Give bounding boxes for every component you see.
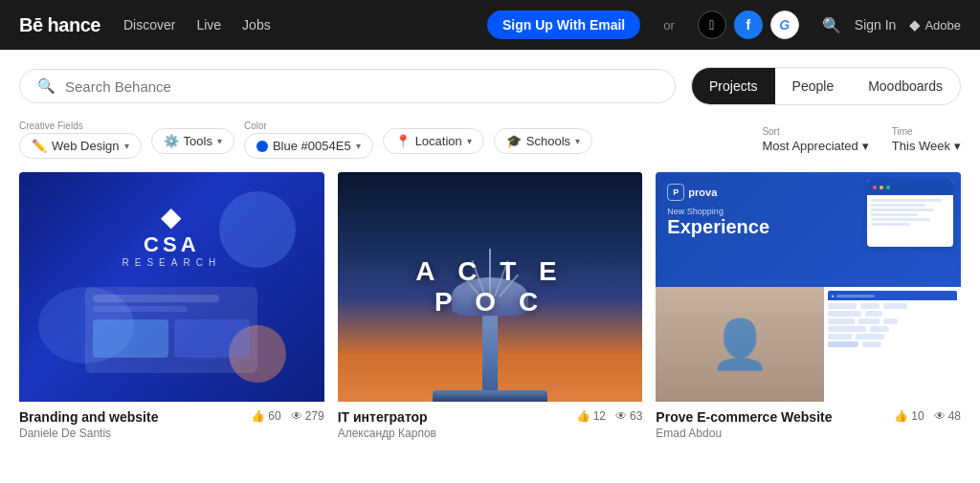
mockup-line — [871, 204, 925, 207]
heart-icon: 👍 — [894, 409, 908, 423]
chevron-down-icon: ▾ — [862, 139, 869, 153]
sort-value[interactable]: Most Appreciated ▾ — [762, 139, 868, 153]
search-icon[interactable]: 🔍 — [822, 16, 841, 34]
card-info: Branding and website Daniele De Santis 👍… — [19, 402, 324, 444]
tools-value: Tools — [184, 134, 212, 148]
table-cell — [862, 341, 881, 347]
time-label: Time — [892, 126, 961, 137]
card-title: IT интегратор — [338, 409, 436, 425]
prova-mockup-body — [867, 195, 953, 231]
card-info: Prove E-commerce Website Emad Abdou 👍 10… — [656, 402, 961, 444]
card-it[interactable]: А С Т Е Р О С IT интегратор Александр Ка… — [338, 172, 643, 444]
location-icon: 📍 — [395, 134, 411, 148]
card-author: Александр Карпов — [338, 427, 436, 440]
mockup-line — [871, 223, 910, 226]
location-filter: 📍 Location ▾ — [383, 126, 484, 154]
eye-icon: 👁 — [934, 409, 946, 423]
prova-person: 👤 — [656, 287, 823, 402]
creative-fields-button[interactable]: ✏️ Web Design ▾ — [19, 133, 142, 159]
views-count: 279 — [305, 409, 324, 423]
card-stats: 👍 12 👁 63 — [576, 409, 643, 423]
google-signin-button[interactable]: G — [770, 11, 799, 39]
prova-data-table: ● — [824, 287, 961, 402]
mockup-line — [871, 218, 930, 221]
search-box: 🔍 — [19, 69, 676, 103]
schools-button[interactable]: 🎓 Schools ▾ — [494, 128, 592, 154]
likes-count: 10 — [911, 409, 924, 423]
schools-icon: 🎓 — [506, 134, 522, 148]
card-prova[interactable]: P prova New Shopping Experience — [656, 172, 961, 444]
card-image-prova: P prova New Shopping Experience — [656, 172, 961, 402]
adobe-link[interactable]: ◆ Adobe — [909, 16, 961, 33]
card-author: Daniele De Santis — [19, 427, 158, 440]
views-count: 63 — [630, 409, 642, 423]
table-cell — [883, 303, 907, 309]
table-row — [828, 341, 957, 347]
search-section: 🔍 Projects People Moodboards — [0, 50, 980, 117]
mockup-line — [871, 199, 942, 202]
color-filter: Color Blue #0054E5 ▾ — [244, 121, 373, 159]
prova-mockup — [867, 180, 953, 247]
table-cell — [883, 318, 898, 324]
mockup-line — [871, 209, 934, 211]
card-image-csa: ◆ CSA RESEARCH — [19, 172, 324, 402]
likes-stat: 👍 12 — [576, 409, 606, 423]
tools-button[interactable]: ⚙️ Tools ▾ — [151, 128, 234, 154]
card-info: IT интегратор Александр Карпов 👍 12 👁 63 — [338, 402, 643, 444]
nav-jobs[interactable]: Jobs — [242, 17, 271, 33]
color-button[interactable]: Blue #0054E5 ▾ — [244, 133, 373, 159]
table-cell — [870, 326, 889, 332]
color-swatch — [256, 141, 268, 152]
apple-signin-button[interactable]:  — [698, 11, 726, 39]
table-row — [828, 326, 957, 332]
card-title: Prove E-commerce Website — [656, 409, 832, 425]
table-row — [828, 318, 957, 324]
likes-stat: 👍 10 — [894, 409, 924, 423]
card-image-it: А С Т Е Р О С — [338, 172, 643, 402]
sort-label: Sort — [762, 126, 868, 137]
dot-yellow — [880, 186, 883, 189]
heart-icon: 👍 — [251, 409, 265, 423]
chevron-down-icon: ▾ — [217, 136, 222, 146]
table-cell — [860, 303, 880, 309]
logo: Bē hance — [19, 14, 100, 36]
location-button[interactable]: 📍 Location ▾ — [383, 128, 484, 154]
nav-discover[interactable]: Discover — [123, 17, 175, 33]
color-label: Color — [244, 121, 373, 131]
signup-button[interactable]: Sign Up With Email — [487, 11, 640, 39]
card-branding[interactable]: ◆ CSA RESEARCH Branding and website Dani… — [19, 172, 324, 444]
nav-links: Discover Live Jobs — [123, 17, 464, 33]
sort-group: Sort Most Appreciated ▾ Time This Week ▾ — [762, 126, 961, 153]
color-value: Blue #0054E5 — [273, 139, 351, 153]
creative-fields-label: Creative Fields — [19, 121, 142, 131]
project-grid: ◆ CSA RESEARCH Branding and website Dani… — [0, 172, 980, 463]
time-value[interactable]: This Week ▾ — [892, 139, 961, 153]
card-author: Emad Abdou — [656, 427, 832, 440]
card-stats: 👍 10 👁 48 — [894, 409, 961, 423]
search-icon: 🔍 — [37, 77, 56, 95]
mockup-line — [871, 213, 918, 216]
table-cell — [828, 326, 866, 332]
table-row — [828, 311, 957, 317]
search-input[interactable] — [65, 78, 657, 95]
prova-bottom-section: 👤 ● — [656, 287, 961, 402]
views-stat: 👁 279 — [291, 409, 324, 423]
creative-fields-filter: Creative Fields ✏️ Web Design ▾ — [19, 121, 142, 159]
tab-moodboards[interactable]: Moodboards — [851, 68, 960, 104]
tab-people[interactable]: People — [775, 68, 852, 104]
signin-link[interactable]: Sign In — [855, 17, 897, 33]
facebook-signin-button[interactable]: f — [734, 11, 763, 39]
table-cell — [858, 318, 880, 324]
schools-filter: 🎓 Schools ▾ — [494, 126, 592, 154]
chevron-down-icon: ▾ — [356, 141, 361, 151]
likes-count: 12 — [593, 409, 606, 423]
prova-mockup-header — [867, 180, 953, 195]
table-cell — [828, 311, 861, 317]
table-cell — [828, 318, 855, 324]
tools-filter: ⚙️ Tools ▾ — [151, 126, 234, 154]
nav-live[interactable]: Live — [196, 17, 221, 33]
chevron-down-icon: ▾ — [467, 136, 472, 146]
schools-value: Schools — [526, 134, 570, 148]
tab-projects[interactable]: Projects — [692, 68, 775, 104]
eye-icon: 👁 — [291, 409, 302, 423]
